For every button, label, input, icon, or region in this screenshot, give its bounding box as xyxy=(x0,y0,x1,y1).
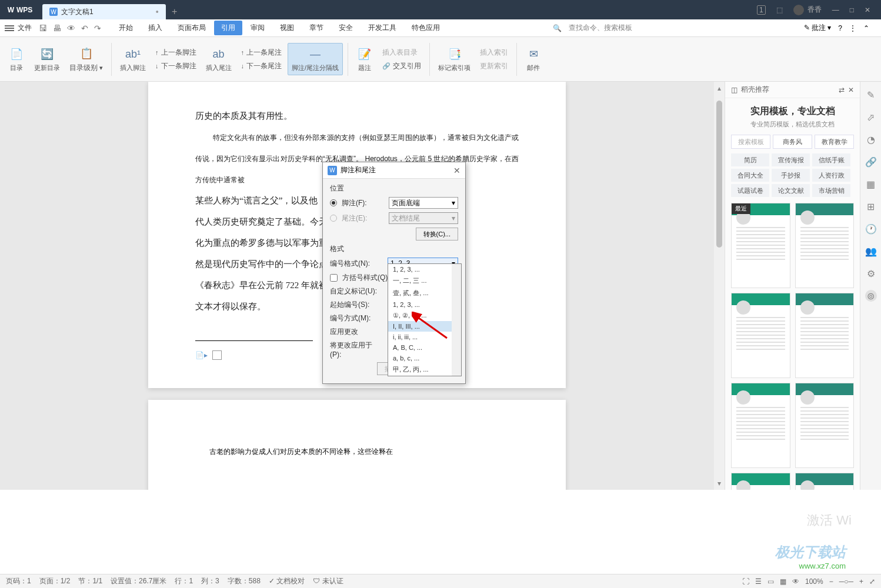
footnote-position-select[interactable]: 页面底端▾ xyxy=(389,197,458,209)
endnote-radio[interactable] xyxy=(330,215,337,222)
separator-button[interactable]: —脚注/尾注分隔线 xyxy=(288,43,343,75)
dialog-close-button[interactable]: ✕ xyxy=(453,166,460,175)
template-6[interactable] xyxy=(731,473,790,490)
comment-dropdown[interactable]: ✎ 批注 ▾ xyxy=(804,23,832,33)
file-menu[interactable]: 文件 xyxy=(18,23,32,33)
menu-开始[interactable]: 开始 xyxy=(112,21,140,35)
prev-footnote-button[interactable]: ↑ 上一条脚注 xyxy=(155,48,196,58)
minimize-button[interactable]: — xyxy=(832,6,839,14)
vertical-scrollbar[interactable]: ▴ ▾ xyxy=(714,82,725,490)
update-catalog-button[interactable]: 🔄更新目录 xyxy=(31,46,64,72)
menu-页面布局[interactable]: 页面布局 xyxy=(171,21,213,35)
template-2[interactable] xyxy=(731,293,790,378)
scroll-up-icon[interactable]: ▴ xyxy=(715,82,723,95)
menu-开发工具[interactable]: 开发工具 xyxy=(361,21,403,35)
help-button[interactable]: ? xyxy=(838,24,842,32)
layout-tool-icon[interactable]: ⊞ xyxy=(865,201,877,212)
dropdown-option-2[interactable]: 壹, 贰, 叁, ... xyxy=(388,287,461,299)
document-tab[interactable]: W 文字文稿1 • xyxy=(42,4,166,19)
wps-logo[interactable]: WWPS xyxy=(0,6,40,14)
scroll-down-icon[interactable]: ▾ xyxy=(715,477,723,490)
status-auth[interactable]: 🛡 未认证 xyxy=(313,576,343,586)
collapse-ribbon[interactable]: ⌃ xyxy=(863,24,869,32)
menu-引用[interactable]: 引用 xyxy=(214,21,242,35)
filter-0[interactable]: 搜索模板 xyxy=(731,135,770,149)
template-4[interactable] xyxy=(731,383,790,468)
caption-button[interactable]: 📝题注 xyxy=(353,46,376,72)
more-tool-icon[interactable]: ⊚ xyxy=(865,290,877,302)
select-tool-icon[interactable]: ⬀ xyxy=(865,111,877,123)
view-mode-4-icon[interactable]: 👁 xyxy=(792,577,799,586)
insert-endnote-button[interactable]: ab插入尾注 xyxy=(202,46,235,72)
new-tab-button[interactable]: + xyxy=(166,4,183,19)
user-menu[interactable]: 香香 xyxy=(793,5,822,15)
preview-icon[interactable]: 👁 xyxy=(67,24,75,33)
print-icon[interactable]: 🖶 xyxy=(53,24,61,33)
settings-tool-icon[interactable]: ⚙ xyxy=(865,268,877,279)
zoom-level[interactable]: 100% xyxy=(805,577,823,586)
zoom-in-button[interactable]: + xyxy=(859,577,863,586)
scroll-thumb[interactable] xyxy=(716,101,722,248)
gift-icon[interactable]: ⬚ xyxy=(776,6,783,14)
hamburger-icon[interactable] xyxy=(5,25,14,31)
status-proof[interactable]: ✓ 文档校对 xyxy=(269,576,305,586)
clock-tool-icon[interactable]: 🕐 xyxy=(865,223,877,235)
view-mode-1-icon[interactable]: ☰ xyxy=(755,577,762,586)
maximize-button[interactable]: □ xyxy=(850,6,854,14)
view-mode-3-icon[interactable]: ▦ xyxy=(780,577,786,586)
save-icon[interactable]: 🖫 xyxy=(39,24,47,33)
dropdown-option-7[interactable]: A, B, C, ... xyxy=(388,342,461,353)
tag-简历[interactable]: 简历 xyxy=(731,153,769,166)
tag-信纸手账[interactable]: 信纸手账 xyxy=(812,153,850,166)
tag-人资行政[interactable]: 人资行政 xyxy=(812,169,850,182)
status-words[interactable]: 字数：588 xyxy=(228,576,261,586)
menu-视图[interactable]: 视图 xyxy=(273,21,301,35)
pencil-tool-icon[interactable]: ✎ xyxy=(865,89,877,101)
dropdown-option-1[interactable]: 一, 二, 三 ... xyxy=(388,275,461,287)
panel-close-icon[interactable]: ✕ xyxy=(848,86,854,94)
filter-1[interactable]: 商务风 xyxy=(773,135,812,149)
search-box[interactable]: 查找命令、搜索模板 xyxy=(569,23,632,33)
menu-插入[interactable]: 插入 xyxy=(141,21,169,35)
prev-endnote-button[interactable]: ↑ 上一条尾注 xyxy=(241,48,282,58)
status-page-num[interactable]: 页码：1 xyxy=(6,576,31,586)
bracket-checkbox[interactable] xyxy=(330,274,338,282)
tag-宣传海报[interactable]: 宣传海报 xyxy=(772,153,810,166)
dropdown-scrollbar[interactable] xyxy=(452,264,461,376)
more-menu[interactable]: ⋮ xyxy=(849,24,856,32)
expand-icon[interactable]: ⤢ xyxy=(869,577,875,586)
dropdown-option-3[interactable]: 1, 2, 3, ... xyxy=(388,299,461,310)
grid-tool-icon[interactable]: ▦ xyxy=(865,178,877,190)
template-0[interactable]: 最近 xyxy=(731,203,790,288)
menu-章节[interactable]: 章节 xyxy=(302,21,331,35)
footnote-radio[interactable] xyxy=(330,199,337,206)
zoom-out-button[interactable]: − xyxy=(829,577,833,586)
badge-icon[interactable]: 1 xyxy=(757,5,766,15)
insert-footnote-button[interactable]: ab¹插入脚注 xyxy=(116,46,149,72)
cross-ref-button[interactable]: 🔗 交叉引用 xyxy=(382,61,421,71)
tag-合同大全[interactable]: 合同大全 xyxy=(731,169,769,182)
close-button[interactable]: ✕ xyxy=(865,6,870,14)
status-page[interactable]: 页面：1/2 xyxy=(39,576,71,586)
catalog-button[interactable]: 📄目录 xyxy=(5,46,28,72)
template-1[interactable] xyxy=(795,203,855,288)
panel-menu-icon[interactable]: ⇄ xyxy=(839,86,845,94)
tag-市场营销[interactable]: 市场营销 xyxy=(812,184,850,197)
menu-审阅[interactable]: 审阅 xyxy=(243,21,272,35)
next-footnote-button[interactable]: ↓ 下一条脚注 xyxy=(155,61,196,71)
mail-button[interactable]: ✉邮件 xyxy=(522,46,545,72)
shape-tool-icon[interactable]: ◔ xyxy=(865,133,877,145)
people-tool-icon[interactable]: 👥 xyxy=(865,245,877,257)
view-mode-2-icon[interactable]: ▭ xyxy=(767,577,774,586)
fullscreen-icon[interactable]: ⛶ xyxy=(742,577,749,586)
convert-button[interactable]: 转换(C)... xyxy=(416,228,458,240)
dropdown-option-8[interactable]: a, b, c, ... xyxy=(388,353,461,363)
catalog-level-button[interactable]: 📋目录级别 ▾ xyxy=(66,45,106,73)
next-endnote-button[interactable]: ↓ 下一条尾注 xyxy=(241,61,282,71)
menu-安全[interactable]: 安全 xyxy=(332,21,360,35)
menu-特色应用[interactable]: 特色应用 xyxy=(405,21,447,35)
dropdown-option-9[interactable]: 甲, 乙, 丙, ... xyxy=(388,363,461,376)
zoom-slider[interactable]: ─○─ xyxy=(839,577,853,586)
undo-icon[interactable]: ↶ xyxy=(81,24,88,33)
template-7[interactable] xyxy=(795,473,855,490)
